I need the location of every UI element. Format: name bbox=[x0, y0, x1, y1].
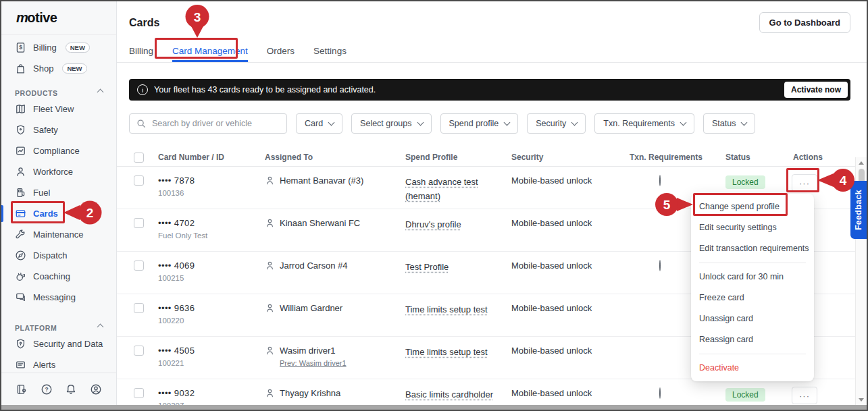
chevron-up-icon[interactable] bbox=[97, 89, 104, 96]
menu-item-edit-security-settings[interactable]: Edit security settings bbox=[691, 217, 814, 238]
new-badge: NEW bbox=[66, 43, 90, 53]
filter-txn-requirements-dropdown[interactable]: Txn. Requirements bbox=[594, 113, 694, 134]
status-badge: Locked bbox=[725, 175, 765, 189]
sidebar-item-compliance[interactable]: Compliance bbox=[1, 140, 116, 161]
chevron-down-icon bbox=[571, 119, 578, 126]
tab-settings[interactable]: Settings bbox=[313, 39, 347, 62]
spend-profile-link[interactable]: Dhruv's profile bbox=[405, 218, 463, 232]
row-actions-menu: Change spend profile Edit security setti… bbox=[691, 194, 814, 381]
sidebar-item-dispatch[interactable]: Dispatch bbox=[1, 245, 116, 266]
sidebar-item-fleet-view[interactable]: Fleet View bbox=[1, 99, 116, 119]
menu-item-reassign-card[interactable]: Reassign card bbox=[691, 329, 814, 350]
filter-groups-dropdown[interactable]: Select groups bbox=[351, 113, 431, 134]
sidebar-section-platform: PLATFORM bbox=[1, 308, 116, 333]
scroll-up-arrow[interactable] bbox=[859, 161, 864, 165]
help-icon[interactable]: ? bbox=[41, 383, 53, 395]
sidebar-item-billing[interactable]: $ Billing NEW bbox=[1, 37, 116, 58]
assigned-name: Jarrod Carson #4 bbox=[280, 261, 347, 271]
info-icon bbox=[137, 84, 148, 95]
card-number: •••• 4069 bbox=[158, 261, 265, 271]
col-assigned-to: Assigned To bbox=[265, 153, 405, 162]
row-actions-button[interactable]: ··· bbox=[792, 387, 817, 404]
scroll-down-arrow[interactable] bbox=[859, 398, 864, 402]
security-value: Mobile-based unlock bbox=[511, 218, 630, 228]
filter-bar: Card Select groups Spend profile Securit… bbox=[129, 113, 850, 134]
menu-item-unlock-card[interactable]: Unlock card for 30 min bbox=[691, 267, 814, 287]
svg-text:$: $ bbox=[19, 44, 22, 51]
chevron-down-icon bbox=[504, 119, 511, 126]
person-icon bbox=[265, 218, 275, 228]
filter-security-dropdown[interactable]: Security bbox=[527, 113, 586, 134]
sidebar-item-fuel[interactable]: Fuel bbox=[1, 182, 116, 203]
tab-bar: Billing Card Management Orders Settings bbox=[117, 39, 867, 63]
feedback-tab[interactable]: Feedback bbox=[850, 181, 867, 239]
sidebar-nav: $ Billing NEW Shop NEW PRODUCTS Fleet Vi… bbox=[1, 35, 116, 375]
filter-card-dropdown[interactable]: Card bbox=[296, 113, 342, 134]
row-checkbox[interactable] bbox=[134, 346, 144, 356]
cards-icon bbox=[15, 208, 26, 219]
go-to-dashboard-button[interactable]: Go to Dashboard bbox=[759, 12, 850, 33]
security-value: Mobile-based unlock bbox=[511, 261, 630, 271]
row-checkbox[interactable] bbox=[134, 303, 144, 313]
chevron-down-icon bbox=[417, 119, 424, 126]
filter-spend-profile-dropdown[interactable]: Spend profile bbox=[440, 113, 519, 134]
tab-orders[interactable]: Orders bbox=[267, 39, 295, 62]
sidebar-section-products: PRODUCTS bbox=[1, 79, 116, 99]
search-box bbox=[129, 113, 287, 134]
person-icon bbox=[265, 175, 275, 186]
menu-item-change-spend-profile[interactable]: Change spend profile bbox=[691, 196, 814, 217]
menu-divider bbox=[699, 354, 806, 354]
activate-now-button[interactable]: Activate now bbox=[784, 82, 848, 98]
menu-item-deactivate[interactable]: Deactivate bbox=[691, 358, 814, 379]
activation-banner: Your fleet has 43 cards ready to be assi… bbox=[129, 79, 850, 101]
card-number: •••• 4505 bbox=[158, 346, 265, 356]
filter-status-dropdown[interactable]: Status bbox=[703, 113, 755, 134]
maintenance-icon bbox=[15, 229, 26, 240]
account-icon[interactable] bbox=[90, 383, 102, 395]
motive-logo: mmotiveotive bbox=[1, 1, 116, 35]
sidebar-item-workforce[interactable]: Workforce bbox=[1, 161, 116, 182]
sidebar-item-maintenance[interactable]: Maintenance bbox=[1, 224, 116, 245]
horizontal-scrollbar[interactable] bbox=[1, 405, 867, 410]
card-id: 100215 bbox=[158, 274, 265, 282]
row-checkbox[interactable] bbox=[134, 218, 144, 228]
spend-profile-link[interactable]: Time limits setup test bbox=[405, 303, 489, 317]
notifications-icon[interactable] bbox=[65, 383, 77, 395]
sidebar-item-shop[interactable]: Shop NEW bbox=[1, 58, 116, 79]
sidebar-item-security-and-data[interactable]: Security and Data bbox=[1, 333, 116, 354]
row-checkbox[interactable] bbox=[134, 388, 144, 398]
spend-profile-link[interactable]: Cash advance test (hemant) bbox=[405, 175, 505, 204]
changelog-icon[interactable] bbox=[16, 383, 28, 395]
menu-item-unassign-card[interactable]: Unassign card bbox=[691, 308, 814, 329]
search-input[interactable] bbox=[151, 118, 280, 129]
menu-divider bbox=[699, 263, 806, 263]
select-all-checkbox[interactable] bbox=[134, 153, 144, 163]
tab-card-management[interactable]: Card Management bbox=[172, 39, 248, 62]
spend-profile-link[interactable]: Time limits setup test bbox=[405, 346, 489, 360]
row-actions-button[interactable]: ··· bbox=[792, 174, 817, 192]
txn-requirements-indicator bbox=[659, 387, 661, 399]
col-spend-profile: Spend Profile bbox=[405, 153, 511, 162]
chevron-up-icon[interactable] bbox=[97, 324, 104, 331]
row-checkbox[interactable] bbox=[134, 175, 144, 186]
sidebar: mmotiveotive $ Billing NEW Shop NEW PROD… bbox=[1, 1, 117, 410]
status-badge: Locked bbox=[725, 388, 765, 402]
chevron-down-icon bbox=[328, 119, 335, 126]
row-checkbox[interactable] bbox=[134, 261, 144, 271]
sidebar-item-messaging[interactable]: Messaging bbox=[1, 287, 116, 308]
card-id: Fuel Only Test bbox=[158, 231, 265, 240]
sidebar-item-coaching[interactable]: Coaching bbox=[1, 266, 116, 287]
coaching-icon bbox=[15, 271, 26, 282]
previous-driver-link[interactable]: Prev: Wasim driver1 bbox=[280, 359, 347, 367]
card-id: 100221 bbox=[158, 359, 265, 367]
menu-item-edit-transaction-requirements[interactable]: Edit transaction requirements bbox=[691, 238, 814, 259]
menu-item-freeze-card[interactable]: Freeze card bbox=[691, 287, 814, 308]
sidebar-item-safety[interactable]: Safety bbox=[1, 119, 116, 140]
security-value: Mobile-based unlock bbox=[511, 346, 630, 356]
assigned-name: Wasim driver1 bbox=[280, 346, 336, 356]
tab-billing[interactable]: Billing bbox=[129, 39, 153, 62]
col-status: Status bbox=[724, 153, 792, 162]
fuel-icon bbox=[15, 187, 26, 198]
sidebar-item-cards[interactable]: Cards bbox=[1, 203, 116, 224]
spend-profile-link[interactable]: Test Profile bbox=[405, 261, 450, 275]
